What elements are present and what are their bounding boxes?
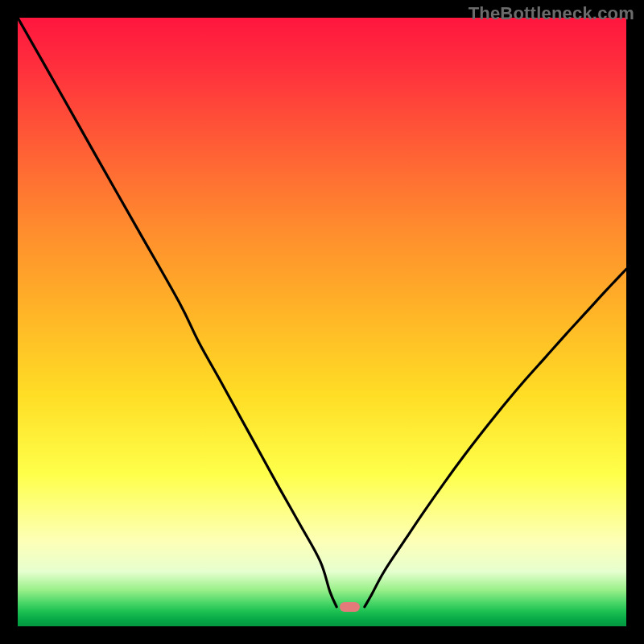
bottleneck-curve bbox=[18, 18, 626, 626]
optimal-marker-pill bbox=[340, 602, 360, 612]
plot-area bbox=[18, 18, 626, 626]
watermark-text: TheBottleneck.com bbox=[469, 3, 634, 24]
chart-frame: TheBottleneck.com bbox=[0, 0, 644, 644]
curve-right-branch bbox=[365, 269, 626, 607]
curve-left-branch bbox=[18, 18, 336, 607]
